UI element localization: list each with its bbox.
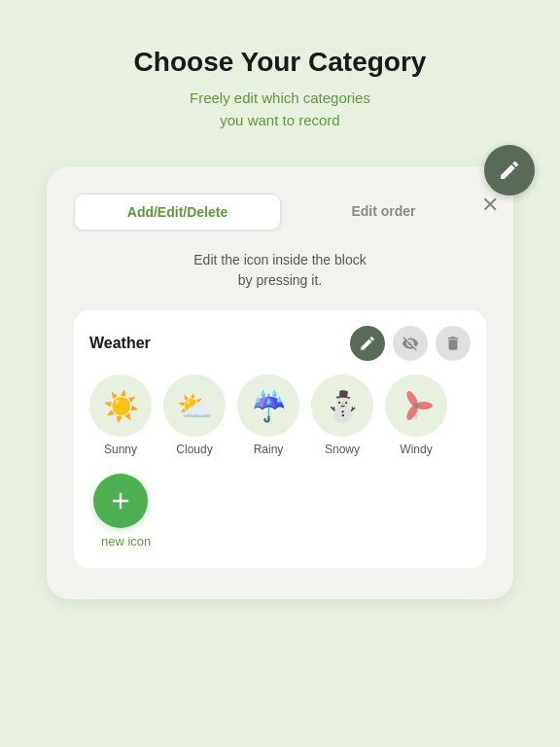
snowy-icon-circle: ⛄ bbox=[311, 374, 373, 437]
sunny-icon-circle: ☀️ bbox=[89, 374, 152, 437]
cloudy-icon-circle: ⛅ bbox=[163, 374, 226, 437]
snowy-label: Snowy bbox=[325, 443, 360, 456]
icon-item-cloudy[interactable]: ⛅ Cloudy bbox=[163, 374, 226, 456]
icon-item-snowy[interactable]: ⛄ Snowy bbox=[311, 374, 373, 456]
category-name: Weather bbox=[89, 335, 151, 352]
weather-icons-grid: ☀️ Sunny ⛅ Cloudy ☔ Rainy ⛄ Snowy bbox=[89, 374, 471, 456]
rainy-label: Rainy bbox=[254, 443, 284, 456]
add-icon-label: new icon bbox=[101, 534, 151, 549]
page-subtitle: Freely edit which categories you want to… bbox=[190, 88, 370, 131]
pencil-icon bbox=[498, 159, 521, 182]
hide-icon bbox=[402, 335, 419, 352]
icon-item-rainy[interactable]: ☔ Rainy bbox=[237, 374, 299, 456]
trash-icon bbox=[444, 335, 462, 352]
windy-label: Windy bbox=[400, 443, 432, 456]
category-block: Weather bbox=[74, 310, 486, 568]
cloudy-label: Cloudy bbox=[176, 443, 212, 456]
windy-icon-circle bbox=[385, 374, 447, 437]
rainy-icon-circle: ☔ bbox=[237, 374, 299, 437]
icon-item-windy[interactable]: Windy bbox=[385, 374, 447, 456]
tab-add-edit-delete[interactable]: Add/Edit/Delete bbox=[74, 194, 281, 231]
action-icons-group bbox=[350, 326, 471, 361]
category-header: Weather bbox=[89, 326, 471, 361]
plus-icon bbox=[107, 487, 134, 515]
instruction-text: Edit the icon inside the block by pressi… bbox=[74, 250, 486, 291]
edit-category-button[interactable] bbox=[350, 326, 385, 361]
close-button[interactable]: ✕ bbox=[474, 190, 506, 221]
windmill-svg bbox=[399, 388, 434, 423]
svg-point-4 bbox=[414, 404, 419, 409]
add-icon-section: new icon bbox=[89, 474, 471, 549]
delete-category-button[interactable] bbox=[436, 326, 471, 361]
main-card: Add/Edit/Delete Edit order Edit the icon… bbox=[47, 166, 513, 599]
hide-category-button[interactable] bbox=[393, 326, 428, 361]
edit-icon bbox=[359, 335, 376, 352]
tab-edit-order[interactable]: Edit order bbox=[281, 194, 486, 231]
sunny-label: Sunny bbox=[104, 443, 137, 456]
edit-fab-button[interactable] bbox=[484, 145, 535, 196]
page-title: Choose Your Category bbox=[134, 47, 427, 78]
icon-item-sunny[interactable]: ☀️ Sunny bbox=[89, 374, 152, 456]
tab-bar: Add/Edit/Delete Edit order bbox=[74, 194, 486, 231]
card-wrapper: ✕ Add/Edit/Delete Edit order Edit the ic… bbox=[47, 166, 513, 599]
add-new-icon-button[interactable] bbox=[93, 474, 148, 528]
